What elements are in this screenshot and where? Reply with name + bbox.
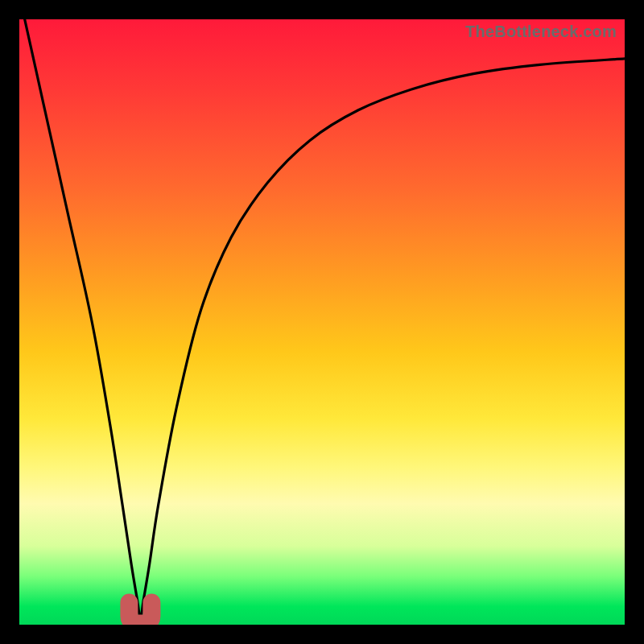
bottleneck-curve bbox=[19, 19, 625, 618]
bottleneck-chart bbox=[19, 19, 625, 625]
min-marker bbox=[129, 602, 151, 623]
chart-area: TheBottleneck.com bbox=[19, 19, 625, 625]
watermark-text: TheBottleneck.com bbox=[465, 23, 617, 41]
